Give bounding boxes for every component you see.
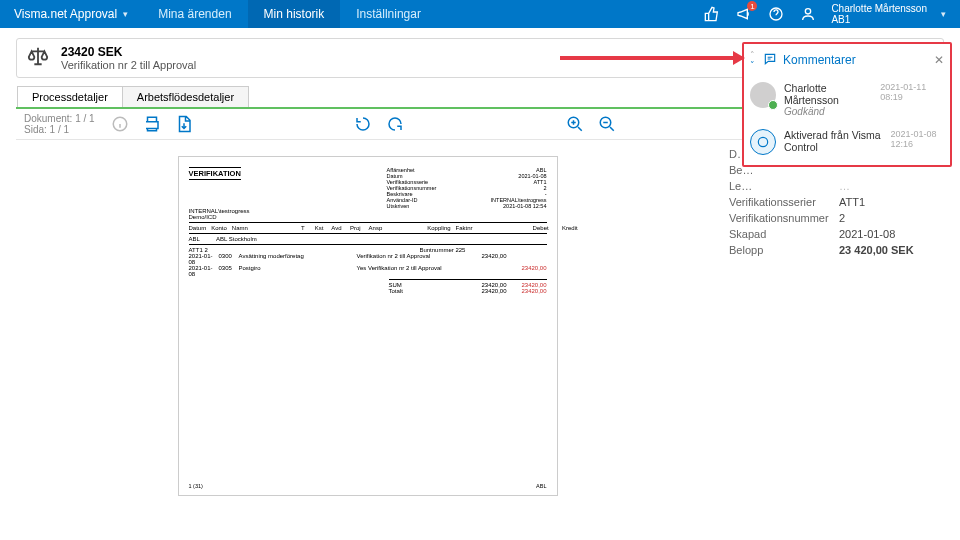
tab-arbetsflodesdetaljer[interactable]: Arbetsflödesdetaljer: [122, 86, 249, 107]
chevron-down-icon[interactable]: ▾: [941, 9, 946, 19]
check-icon: [768, 100, 778, 110]
zoom-in-icon[interactable]: [564, 113, 586, 135]
system-avatar-icon: [750, 129, 776, 155]
brand-label: Visma.net Approval: [14, 7, 117, 21]
comment-status: Godkänd: [784, 106, 944, 117]
print-icon[interactable]: [141, 113, 163, 135]
notification-badge: 1: [747, 1, 757, 11]
comment-bubble-icon: [763, 52, 777, 69]
nav-mina-arenden[interactable]: Mina ärenden: [142, 0, 247, 28]
annotation-arrow: [560, 56, 743, 60]
help-icon[interactable]: [767, 5, 785, 23]
side-details: D… Be… Le…… VerifikationsserierATT1 Veri…: [719, 140, 944, 512]
comment-author: Charlotte Mårtensson: [784, 82, 874, 106]
tab-processdetaljer[interactable]: Processdetaljer: [17, 86, 123, 107]
comments-panel: ˄˅ Kommentarer ✕ Charlotte Mårtensson 20…: [742, 42, 952, 167]
comment-item: Aktiverad från Visma Control 2021-01-08 …: [750, 129, 944, 155]
nav-min-historik[interactable]: Min historik: [248, 0, 341, 28]
pv-meta: AffärsenhetABL Datum2021-01-08 Verifikat…: [387, 167, 547, 209]
avatar: [750, 82, 776, 108]
comment-item: Charlotte Mårtensson 2021-01-11 08:19 Go…: [750, 82, 944, 117]
comment-author: Aktiverad från Visma Control: [784, 129, 884, 153]
pv-heading: VERIFIKATION: [189, 167, 241, 180]
topbar-right: 1 Charlotte Mårtensson AB1 ▾: [703, 3, 960, 25]
thumbs-up-icon[interactable]: [703, 5, 721, 23]
comment-time: 2021-01-08 12:16: [890, 129, 944, 153]
rotate-left-icon[interactable]: [352, 113, 374, 135]
nav-installningar[interactable]: Inställningar: [340, 0, 437, 28]
user-name: Charlotte Mårtensson: [831, 3, 927, 14]
user-icon[interactable]: [799, 5, 817, 23]
comment-time: 2021-01-11 08:19: [880, 82, 944, 106]
svg-point-13: [758, 137, 767, 146]
info-icon[interactable]: [109, 113, 131, 135]
user-block[interactable]: Charlotte Mårtensson AB1: [831, 3, 927, 25]
chevron-updown-icon[interactable]: ˄˅: [750, 50, 755, 70]
zoom-out-icon[interactable]: [596, 113, 618, 135]
top-nav: Mina ärenden Min historik Inställningar: [142, 0, 437, 28]
page-counter: Sida: 1 / 1: [24, 124, 95, 135]
topbar: Visma.net Approval ▾ Mina ärenden Min hi…: [0, 0, 960, 28]
megaphone-icon[interactable]: 1: [735, 5, 753, 23]
svg-point-1: [806, 9, 811, 14]
close-icon[interactable]: ✕: [934, 53, 944, 67]
download-icon[interactable]: [173, 113, 195, 135]
doc-counter: Dokument: 1 / 1: [24, 113, 95, 124]
preview-page[interactable]: VERIFIKATION AffärsenhetABL Datum2021-01…: [178, 156, 558, 496]
rotate-right-icon[interactable]: [384, 113, 406, 135]
preview-area: VERIFIKATION AffärsenhetABL Datum2021-01…: [16, 140, 719, 512]
doc-title: 23420 SEK: [61, 45, 196, 59]
scales-icon: [27, 45, 49, 71]
brand[interactable]: Visma.net Approval ▾: [0, 7, 142, 21]
doc-subtitle: Verifikation nr 2 till Approval: [61, 59, 196, 71]
chevron-down-icon: ▾: [123, 9, 128, 19]
comments-title: Kommentarer: [783, 53, 856, 67]
user-org: AB1: [831, 14, 927, 25]
